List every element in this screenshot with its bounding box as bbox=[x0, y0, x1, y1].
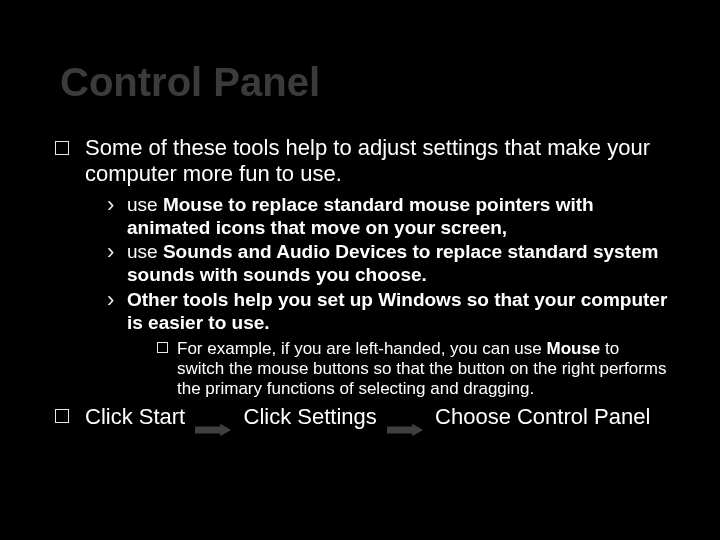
sub-bullet-item: use Mouse to replace standard mouse poin… bbox=[107, 194, 670, 240]
sub-bullet-text: Other tools help you set up Windows so t… bbox=[127, 289, 667, 333]
example-pre: For example, if you are left-handed, you… bbox=[177, 339, 546, 358]
sub-bullet-text: Mouse to replace standard mouse pointers… bbox=[127, 194, 594, 238]
step-text: Choose Control Panel bbox=[435, 404, 650, 429]
slide-title: Control Panel bbox=[55, 60, 670, 105]
sub-bullet-prefix: use bbox=[127, 194, 163, 215]
step-text: Click Start bbox=[85, 404, 185, 429]
bullet-item-steps: Click Start Click Settings Choose Contro… bbox=[55, 404, 670, 430]
arrow-right-icon bbox=[387, 423, 423, 437]
bullet-text: Some of these tools help to adjust setti… bbox=[85, 135, 650, 186]
arrow-right-icon bbox=[195, 423, 231, 437]
example-item: For example, if you are left-handed, you… bbox=[157, 339, 670, 400]
sub-bullet-item: use Sounds and Audio Devices to replace … bbox=[107, 241, 670, 287]
sub-bullet-text: Sounds and Audio Devices to replace stan… bbox=[127, 241, 658, 285]
steps-line: Click Start Click Settings Choose Contro… bbox=[85, 404, 650, 429]
slide: Control Panel Some of these tools help t… bbox=[0, 0, 720, 540]
example-bold: Mouse bbox=[546, 339, 600, 358]
bullet-item: Some of these tools help to adjust setti… bbox=[55, 135, 670, 400]
sub-bullet-list: use Mouse to replace standard mouse poin… bbox=[85, 194, 670, 400]
sub-bullet-prefix: use bbox=[127, 241, 163, 262]
example-list: For example, if you are left-handed, you… bbox=[127, 339, 670, 400]
bullet-list: Some of these tools help to adjust setti… bbox=[55, 135, 670, 430]
step-text: Click Settings bbox=[244, 404, 377, 429]
sub-bullet-item: Other tools help you set up Windows so t… bbox=[107, 289, 670, 400]
